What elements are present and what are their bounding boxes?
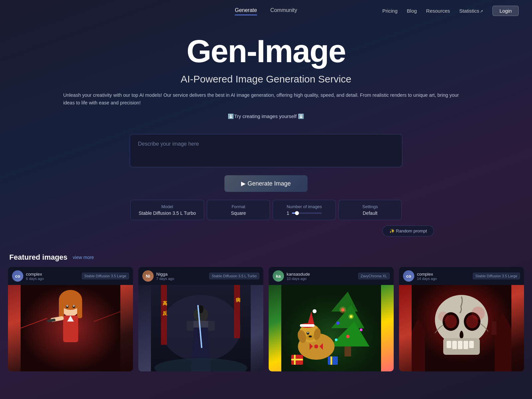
avatar-1: Ni — [142, 270, 154, 282]
card-user-1: Ni Nigga 7 days ago — [142, 270, 174, 282]
num-images-option[interactable]: Number of images 1 — [273, 200, 336, 220]
card-model-3: Stable Diffusion 3.5 Large — [473, 273, 520, 279]
avatar-0: co — [12, 270, 23, 282]
nav-statistics[interactable]: Statistics — [459, 8, 483, 14]
svg-point-39 — [336, 322, 339, 325]
generate-btn-wrap: ▶ Generate Image — [0, 175, 532, 192]
avatar-3: co — [403, 270, 414, 282]
card-user-3: co complex 14 days ago — [403, 270, 437, 282]
card-image-2 — [269, 285, 394, 371]
model-option[interactable]: Model Stable Diffusion 3.5 L Turbo — [130, 200, 204, 220]
card-user-2: ka kansasdude 10 days ago — [273, 270, 310, 282]
generate-button[interactable]: ▶ Generate Image — [224, 175, 307, 192]
card-time-0: 6 days ago — [26, 277, 44, 281]
svg-rect-80 — [464, 341, 468, 349]
card-header-2: ka kansasdude 10 days ago ZavyChroma XL — [269, 267, 394, 285]
card-userinfo-1: Nigga 7 days ago — [156, 272, 174, 281]
svg-rect-79 — [458, 341, 463, 349]
svg-point-43 — [339, 307, 346, 313]
nav-center: Generate Community — [235, 6, 297, 15]
featured-header: Featured images view more — [8, 253, 524, 262]
image-grid: co complex 6 days ago Stable Diffusion 3… — [8, 267, 524, 371]
svg-rect-81 — [469, 341, 474, 348]
svg-point-55 — [313, 309, 317, 313]
num-images-label: Number of images — [281, 204, 328, 209]
nav-community[interactable]: Community — [270, 6, 297, 15]
prompt-container — [130, 134, 402, 169]
svg-rect-4 — [77, 300, 82, 318]
card-username-2: kansasdude — [287, 272, 310, 277]
svg-point-41 — [346, 335, 349, 338]
nav-right: Pricing Blog Resources Statistics Login — [382, 6, 519, 16]
svg-point-8 — [66, 305, 68, 307]
format-label: Format — [215, 204, 262, 209]
svg-rect-68 — [495, 328, 511, 371]
card-time-1: 7 days ago — [156, 277, 174, 281]
avatar-2: ka — [273, 270, 284, 282]
svg-point-59 — [314, 344, 318, 348]
svg-rect-19 — [234, 285, 240, 338]
svg-rect-66 — [412, 332, 425, 371]
svg-text:反: 反 — [162, 311, 168, 316]
settings-option[interactable]: Settings Default — [338, 200, 402, 220]
hero-title: Gen-Image — [7, 35, 525, 68]
svg-rect-62 — [291, 359, 303, 360]
card-header-1: Ni Nigga 7 days ago Stable Diffusion 3.5… — [138, 267, 263, 285]
card-time-3: 14 days ago — [417, 277, 437, 281]
hero-section: Gen-Image AI-Powered Image Generation Se… — [0, 21, 532, 134]
card-image-1: 高 反 病 — [138, 285, 263, 371]
svg-text:病: 病 — [235, 297, 240, 303]
model-value: Stable Diffusion 3.5 L Turbo — [139, 210, 196, 216]
prompt-input[interactable] — [130, 134, 402, 167]
card-username-1: Nigga — [156, 272, 174, 277]
view-more-link[interactable]: view more — [73, 255, 94, 260]
svg-rect-78 — [452, 341, 457, 349]
featured-title: Featured images — [9, 253, 67, 262]
settings-value: Default — [347, 210, 393, 216]
nav-pricing[interactable]: Pricing — [382, 8, 398, 14]
svg-rect-26 — [187, 321, 194, 331]
hero-subtitle: AI-Powered Image Generation Service — [7, 73, 525, 85]
num-images-value: 1 — [287, 210, 289, 216]
card-userinfo-3: complex 14 days ago — [417, 272, 437, 281]
image-card-3[interactable]: co complex 14 days ago Stable Diffusion … — [399, 267, 524, 371]
image-card-1[interactable]: Ni Nigga 7 days ago Stable Diffusion 3.5… — [138, 267, 263, 371]
nav-generate[interactable]: Generate — [235, 6, 257, 15]
card-username-0: complex — [26, 272, 44, 277]
card-model-1: Stable Diffusion 3.5 L Turbo — [209, 273, 259, 279]
svg-rect-5 — [63, 294, 78, 301]
image-card-2[interactable]: ka kansasdude 10 days ago ZavyChroma XL — [269, 267, 394, 371]
svg-rect-27 — [208, 321, 215, 331]
num-images-slider-track[interactable] — [292, 212, 322, 214]
svg-rect-64 — [331, 356, 332, 365]
nav-resources[interactable]: Resources — [426, 8, 450, 14]
login-button[interactable]: Login — [492, 6, 519, 16]
format-option[interactable]: Format Square — [207, 200, 270, 220]
svg-rect-56 — [300, 324, 315, 327]
card-userinfo-0: complex 6 days ago — [26, 272, 44, 281]
svg-rect-70 — [491, 322, 496, 335]
featured-section: Featured images view more co complex 6 d… — [0, 253, 532, 371]
random-prompt-button[interactable]: ✨ Random prompt — [382, 225, 434, 236]
svg-point-44 — [348, 314, 354, 319]
card-user-0: co complex 6 days ago — [12, 270, 44, 282]
svg-point-52 — [309, 335, 312, 337]
format-value: Square — [215, 210, 262, 216]
svg-rect-63 — [328, 356, 338, 365]
svg-point-83 — [438, 312, 448, 322]
card-userinfo-2: kansasdude 10 days ago — [287, 272, 310, 281]
hero-cta: ⬇️Try creating images yourself ⬇️ — [7, 113, 525, 119]
svg-point-42 — [335, 338, 337, 341]
model-label: Model — [139, 204, 196, 209]
hero-description: Unleash your creativity with our top AI … — [63, 91, 469, 107]
svg-rect-36 — [344, 346, 351, 356]
card-image-0 — [8, 285, 133, 371]
image-card-0[interactable]: co complex 6 days ago Stable Diffusion 3… — [8, 267, 133, 371]
svg-point-40 — [360, 329, 362, 331]
navbar: Generate Community Pricing Blog Resource… — [0, 0, 532, 21]
settings-label: Settings — [347, 204, 393, 209]
svg-point-50 — [307, 332, 309, 333]
num-images-slider-row: 1 — [281, 210, 328, 216]
random-prompt-wrap: ✨ Random prompt — [91, 225, 441, 236]
nav-blog[interactable]: Blog — [407, 8, 417, 14]
